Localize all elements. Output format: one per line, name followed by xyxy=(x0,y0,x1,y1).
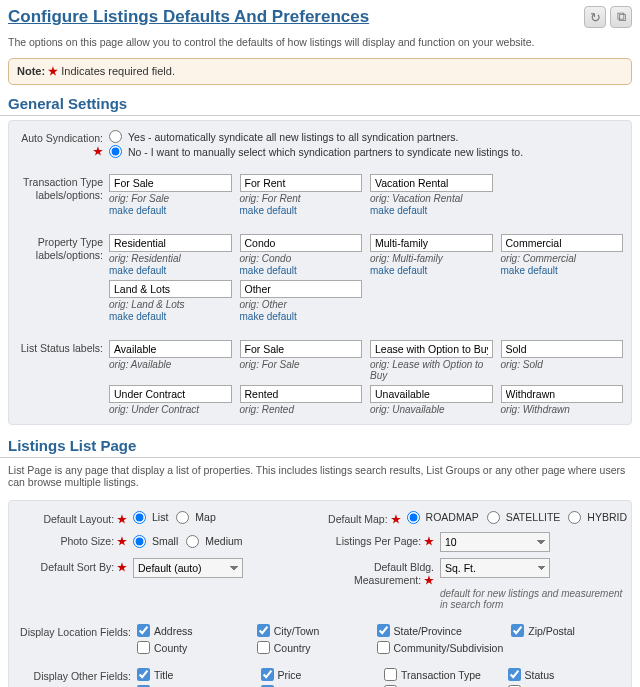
option-cell: orig: Residentialmake default xyxy=(109,234,232,276)
make-default-link[interactable]: make default xyxy=(501,265,558,276)
option-cell: orig: Land & Lotsmake default xyxy=(109,280,232,322)
page-intro: The options on this page allow you to co… xyxy=(0,32,640,58)
bldg-hint: default for new listings and measurement… xyxy=(440,588,627,610)
option-orig: orig: Land & Lots xyxy=(109,299,232,310)
auto-syndication-yes[interactable]: Yes - automatically syndicate all new li… xyxy=(109,130,623,143)
map-satellite[interactable]: SATELLITE xyxy=(487,511,561,524)
option-cell: orig: Unavailable xyxy=(370,385,493,415)
field-checkbox[interactable]: County xyxy=(137,641,249,654)
option-cell: orig: For Salemake default xyxy=(109,174,232,216)
option-orig: orig: Lease with Option to Buy xyxy=(370,359,493,381)
copy-icon[interactable]: ⧉ xyxy=(610,6,632,28)
option-input[interactable] xyxy=(109,234,232,252)
option-orig: orig: Withdrawn xyxy=(501,404,624,415)
option-cell: orig: Lease with Option to Buy xyxy=(370,340,493,381)
map-roadmap[interactable]: ROADMAP xyxy=(407,511,479,524)
option-cell: orig: Under Contract xyxy=(109,385,232,415)
option-cell: orig: Available xyxy=(109,340,232,381)
option-input[interactable] xyxy=(501,385,624,403)
option-input[interactable] xyxy=(240,280,363,298)
option-input[interactable] xyxy=(501,234,624,252)
option-input[interactable] xyxy=(370,234,493,252)
option-input[interactable] xyxy=(240,234,363,252)
option-input[interactable] xyxy=(109,174,232,192)
option-input[interactable] xyxy=(370,385,493,403)
note-label: Note: xyxy=(17,65,45,77)
option-input[interactable] xyxy=(240,174,363,192)
auto-syndication-no[interactable]: No - I want to manually select which syn… xyxy=(109,145,623,158)
option-cell: orig: Condomake default xyxy=(240,234,363,276)
field-checkbox[interactable]: State/Province xyxy=(377,624,504,637)
field-checkbox[interactable]: Community/Subdivision xyxy=(377,641,504,654)
option-input[interactable] xyxy=(370,174,493,192)
field-checkbox[interactable]: Address xyxy=(137,624,249,637)
option-cell: orig: Sold xyxy=(501,340,624,381)
photo-size-label: Photo Size: ★ xyxy=(13,532,133,552)
make-default-link[interactable]: make default xyxy=(240,311,297,322)
make-default-link[interactable]: make default xyxy=(109,311,166,322)
option-orig: orig: Residential xyxy=(109,253,232,264)
prop-type-label: Property Type labels/options: xyxy=(17,234,109,262)
list-panel: Default Layout: ★ List Map Default Map: … xyxy=(8,500,632,687)
option-input[interactable] xyxy=(109,340,232,358)
make-default-link[interactable]: make default xyxy=(240,205,297,216)
size-small[interactable]: Small xyxy=(133,535,178,548)
layout-list[interactable]: List xyxy=(133,511,168,524)
option-orig: orig: For Sale xyxy=(109,193,232,204)
option-orig: orig: Under Contract xyxy=(109,404,232,415)
default-layout-label: Default Layout: ★ xyxy=(13,510,133,526)
option-input[interactable] xyxy=(240,340,363,358)
field-checkbox[interactable]: Price xyxy=(261,668,377,681)
field-checkbox[interactable]: Country xyxy=(257,641,369,654)
field-checkbox[interactable]: Zip/Postal xyxy=(511,624,623,637)
note-text: Indicates required field. xyxy=(61,65,175,77)
option-cell: orig: Vacation Rentalmake default xyxy=(370,174,493,216)
refresh-icon[interactable]: ↻ xyxy=(584,6,606,28)
required-star-icon: ★ xyxy=(48,65,58,77)
field-checkbox[interactable]: Transaction Type xyxy=(384,668,500,681)
make-default-link[interactable]: make default xyxy=(109,205,166,216)
option-orig: orig: Multi-family xyxy=(370,253,493,264)
option-orig: orig: Commercial xyxy=(501,253,624,264)
map-hybrid[interactable]: HYBRID xyxy=(568,511,627,524)
option-orig: orig: Rented xyxy=(240,404,363,415)
lpp-select[interactable]: 10 xyxy=(440,532,550,552)
option-orig: orig: Condo xyxy=(240,253,363,264)
sort-select[interactable]: Default (auto) xyxy=(133,558,243,578)
bldg-label: Default Bldg. Measurement: ★ xyxy=(320,558,440,587)
make-default-link[interactable]: make default xyxy=(370,265,427,276)
size-medium[interactable]: Medium xyxy=(186,535,242,548)
option-cell: orig: Rented xyxy=(240,385,363,415)
required-note: Note: ★ Indicates required field. xyxy=(8,58,632,85)
layout-map[interactable]: Map xyxy=(176,511,215,524)
option-input[interactable] xyxy=(370,340,493,358)
general-panel: Auto Syndication: ★ Yes - automatically … xyxy=(8,120,632,425)
sort-label: Default Sort By: ★ xyxy=(13,558,133,578)
option-cell: orig: Commercialmake default xyxy=(501,234,624,276)
option-cell: orig: Othermake default xyxy=(240,280,363,322)
make-default-link[interactable]: make default xyxy=(370,205,427,216)
field-checkbox[interactable]: City/Town xyxy=(257,624,369,637)
default-map-label: Default Map: ★ xyxy=(287,510,407,526)
option-orig: orig: Unavailable xyxy=(370,404,493,415)
make-default-link[interactable]: make default xyxy=(240,265,297,276)
option-input[interactable] xyxy=(109,385,232,403)
option-orig: orig: Other xyxy=(240,299,363,310)
option-cell: orig: Multi-familymake default xyxy=(370,234,493,276)
auto-syndication-label: Auto Syndication: ★ xyxy=(17,130,109,158)
page-title: Configure Listings Defaults And Preferen… xyxy=(8,7,369,27)
option-input[interactable] xyxy=(240,385,363,403)
option-cell: orig: Withdrawn xyxy=(501,385,624,415)
option-orig: orig: For Sale xyxy=(240,359,363,370)
option-orig: orig: Sold xyxy=(501,359,624,370)
status-label: List Status labels: xyxy=(17,340,109,355)
option-orig: orig: For Rent xyxy=(240,193,363,204)
bldg-select[interactable]: Sq. Ft. xyxy=(440,558,550,578)
make-default-link[interactable]: make default xyxy=(109,265,166,276)
field-checkbox[interactable]: Title xyxy=(137,668,253,681)
option-input[interactable] xyxy=(109,280,232,298)
field-checkbox[interactable]: Status xyxy=(508,668,624,681)
option-input[interactable] xyxy=(501,340,624,358)
txn-type-label: Transaction Type labels/options: xyxy=(17,174,109,202)
option-orig: orig: Available xyxy=(109,359,232,370)
